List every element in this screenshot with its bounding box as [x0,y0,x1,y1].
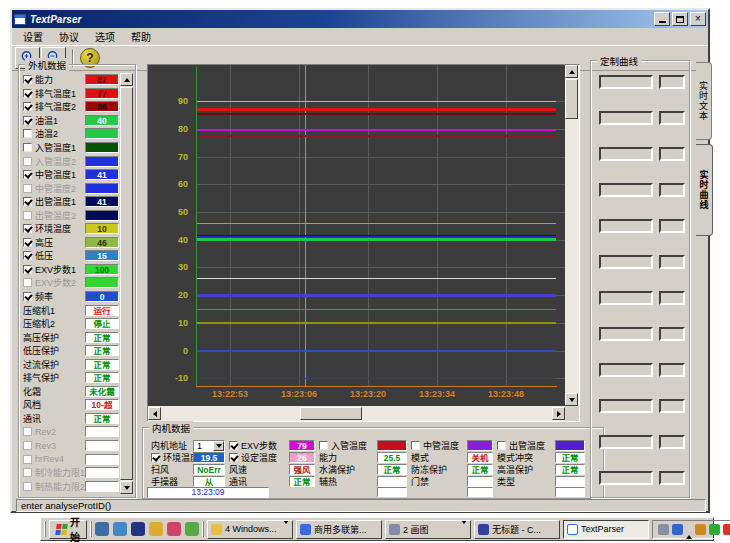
menu-item[interactable]: 选项 [87,28,123,45]
taskbuttons-grip[interactable] [202,521,204,537]
custom-curve-slot[interactable] [599,183,653,197]
checkbox[interactable] [23,75,32,84]
custom-curve-slot[interactable] [599,399,653,413]
chart-scroll-up-arrow[interactable] [565,65,578,78]
chart-scroll-left-arrow[interactable] [148,407,161,420]
minimize-button[interactable] [654,12,670,26]
menu-item[interactable]: 设置 [15,28,51,45]
checkbox[interactable] [229,441,238,450]
checkbox[interactable] [411,441,420,450]
checkbox[interactable] [23,129,32,138]
checkbox[interactable] [151,453,160,462]
antivirus-icon[interactable] [709,524,720,535]
checkbox[interactable] [319,441,328,450]
checkbox[interactable] [23,184,32,193]
custom-curve-slot[interactable] [599,327,653,341]
checkbox[interactable] [23,482,32,491]
flashget-icon[interactable] [723,524,730,535]
taskbar-button[interactable]: TextParser [563,520,649,539]
custom-curve-value[interactable] [659,147,685,161]
custom-curve-value[interactable] [659,183,685,197]
custom-curve-value[interactable] [659,363,685,377]
checkbox[interactable] [23,102,32,111]
checkbox[interactable] [23,211,32,220]
media-player-icon[interactable] [185,522,199,536]
dropdown-arrow-icon[interactable] [461,524,467,534]
sidebar-scroll-thumb[interactable] [120,87,133,480]
network-icon[interactable] [672,524,683,535]
custom-curve-value[interactable] [659,291,685,305]
update-icon[interactable] [695,524,706,535]
checkbox[interactable] [497,441,506,450]
taskbar-button[interactable]: 2 画图 [385,520,471,539]
hidden-icons-arrow[interactable] [686,524,692,535]
custom-curve-slot[interactable] [599,435,653,449]
indoor-address-select[interactable]: 1 [193,440,225,452]
indoor-value-badge [467,476,493,487]
chart-scroll-down-arrow[interactable] [565,393,578,406]
custom-curve-value[interactable] [659,399,685,413]
checkbox[interactable] [23,278,32,287]
scroll-down-arrow[interactable] [120,481,133,494]
custom-curve-slot[interactable] [599,147,653,161]
checkbox[interactable] [23,455,32,464]
taskbar-button[interactable]: 商用多联第... [296,520,382,539]
custom-curve-value[interactable] [659,327,685,341]
checkbox[interactable] [23,197,32,206]
chart-hscroll-thumb[interactable] [300,407,362,420]
checkbox[interactable] [23,292,32,301]
plot-area[interactable]: 9080706050403020100-1013:22:5313:23:0613… [148,65,565,406]
dropdown-arrow-icon[interactable] [283,524,289,534]
checkbox[interactable] [23,89,32,98]
printer-icon[interactable] [658,524,669,535]
chart-hscrollbar[interactable] [148,406,565,421]
checkbox[interactable] [23,157,32,166]
chart-vscrollbar[interactable] [565,65,579,406]
custom-curve-value[interactable] [659,471,685,485]
custom-curve-slot[interactable] [599,471,653,485]
custom-curve-value[interactable] [659,255,685,269]
checkbox[interactable] [23,170,32,179]
scroll-up-arrow[interactable] [120,73,133,86]
sidebar-scrollbar[interactable] [120,73,133,494]
messenger-icon[interactable] [113,522,127,536]
outlook-icon[interactable] [149,522,163,536]
ie-icon[interactable] [95,522,109,536]
custom-curve-slot[interactable] [599,111,653,125]
taskbar-grip[interactable] [44,521,46,537]
security-icon[interactable] [167,522,181,536]
chart-vscroll-thumb[interactable] [565,79,578,119]
restore-button[interactable] [672,12,688,26]
menu-item[interactable]: 帮助 [123,28,159,45]
checkbox[interactable] [23,116,32,125]
menu-item[interactable]: 协议 [51,28,87,45]
tab-实时文本[interactable]: 实时文本 [696,62,712,140]
custom-curve-value[interactable] [659,435,685,449]
checkbox[interactable] [229,453,238,462]
checkbox[interactable] [23,143,32,152]
custom-curve-slot[interactable] [599,75,653,89]
custom-curve-slot[interactable] [599,255,653,269]
custom-curve-value[interactable] [659,219,685,233]
chart-scroll-right-arrow[interactable] [552,407,565,420]
dropdown-arrow-icon[interactable] [213,441,224,451]
start-button[interactable]: 开始 [49,520,87,539]
custom-curve-value[interactable] [659,75,685,89]
checkbox[interactable] [23,468,32,477]
custom-curve-slot[interactable] [599,363,653,377]
checkbox[interactable] [23,265,32,274]
checkbox[interactable] [23,238,32,247]
close-button[interactable]: × [690,12,706,26]
checkbox[interactable] [23,427,32,436]
custom-curve-slot[interactable] [599,291,653,305]
checkbox[interactable] [23,441,32,450]
taskbar-button[interactable]: 4 Windows... [207,520,293,539]
custom-curve-slot[interactable] [599,219,653,233]
checkbox[interactable] [23,251,32,260]
tab-实时曲线[interactable]: 实时曲线 [696,144,713,236]
checkbox[interactable] [23,224,32,233]
quicklaunch-grip[interactable] [90,521,92,537]
taskbar-button[interactable]: 无标题 - C... [474,520,560,539]
custom-curve-value[interactable] [659,111,685,125]
msn-icon[interactable] [131,522,145,536]
